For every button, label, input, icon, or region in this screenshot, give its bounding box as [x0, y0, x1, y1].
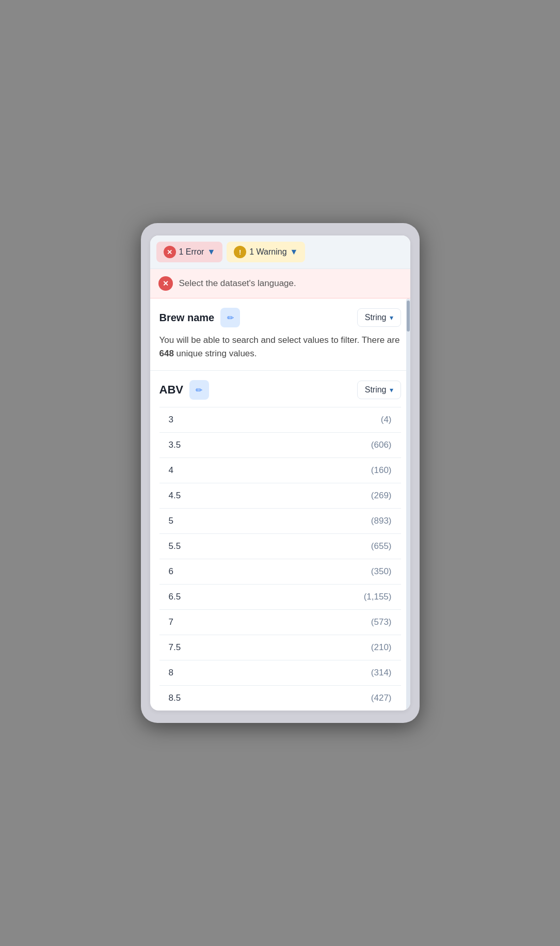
- brew-name-type-chevron-icon: ▾: [390, 313, 393, 322]
- abv-header: ABV ✏ String ▾: [159, 380, 401, 400]
- error-bar-icon: ✕: [158, 276, 173, 291]
- table-row: 3 (4): [159, 407, 401, 433]
- pencil-icon: ✏: [227, 313, 234, 323]
- abv-value: 6.5: [159, 585, 256, 610]
- abv-count: (350): [255, 559, 401, 585]
- table-row: 4.5 (269): [159, 483, 401, 509]
- abv-count: (210): [255, 635, 401, 660]
- table-row: 5.5 (655): [159, 534, 401, 559]
- error-icon: ✕: [164, 246, 176, 258]
- abv-count: (655): [255, 534, 401, 559]
- table-row: 8 (314): [159, 660, 401, 686]
- table-row: 6 (350): [159, 559, 401, 585]
- top-bar: ✕ 1 Error ▼ ! 1 Warning ▼: [150, 235, 410, 269]
- abv-value: 8: [159, 660, 256, 686]
- abv-value: 6: [159, 559, 256, 585]
- table-row: 8.5 (427): [159, 686, 401, 711]
- table-row: 6.5 (1,155): [159, 585, 401, 610]
- brew-name-edit-button[interactable]: ✏: [220, 308, 240, 327]
- abv-count: (606): [255, 433, 401, 458]
- table-row: 4 (160): [159, 458, 401, 483]
- table-row: 7 (573): [159, 610, 401, 635]
- abv-count: (573): [255, 610, 401, 635]
- brew-name-type-label: String: [365, 313, 387, 322]
- table-row: 3.5 (606): [159, 433, 401, 458]
- abv-count: (1,155): [255, 585, 401, 610]
- table-row: 5 (893): [159, 509, 401, 534]
- abv-count: (314): [255, 660, 401, 686]
- abv-value: 7: [159, 610, 256, 635]
- error-bar-message: Select the dataset's language.: [179, 278, 296, 289]
- main-card: ✕ 1 Error ▼ ! 1 Warning ▼ ✕ Select the d…: [150, 235, 410, 711]
- abv-value: 8.5: [159, 686, 256, 711]
- brew-name-title: Brew name: [159, 312, 215, 324]
- abv-value: 4.5: [159, 483, 256, 509]
- brew-name-type-select[interactable]: String ▾: [357, 308, 401, 327]
- warning-badge-button[interactable]: ! 1 Warning ▼: [227, 242, 305, 262]
- abv-value: 3.5: [159, 433, 256, 458]
- phone-frame: ✕ 1 Error ▼ ! 1 Warning ▼ ✕ Select the d…: [141, 223, 420, 723]
- abv-title: ABV: [159, 383, 183, 397]
- table-row: 7.5 (210): [159, 635, 401, 660]
- abv-value: 7.5: [159, 635, 256, 660]
- warning-icon: !: [234, 246, 246, 258]
- abv-count: (427): [255, 686, 401, 711]
- abv-count: (160): [255, 458, 401, 483]
- error-label: 1 Error: [179, 247, 204, 257]
- warning-chevron-icon: ▼: [290, 247, 298, 257]
- abv-count: (4): [255, 407, 401, 433]
- abv-pencil-icon: ✏: [196, 385, 202, 395]
- content-wrapper: Brew name ✏ String ▾ You will be able to…: [150, 298, 410, 711]
- brew-name-header: Brew name ✏ String ▾: [159, 308, 401, 327]
- brew-name-section: Brew name ✏ String ▾ You will be able to…: [150, 298, 410, 371]
- main-content: Brew name ✏ String ▾ You will be able to…: [150, 298, 410, 711]
- error-chevron-icon: ▼: [207, 247, 215, 257]
- abv-count: (269): [255, 483, 401, 509]
- abv-edit-button[interactable]: ✏: [189, 380, 209, 400]
- abv-value: 4: [159, 458, 256, 483]
- abv-type-label: String: [365, 385, 387, 395]
- error-badge-button[interactable]: ✕ 1 Error ▼: [156, 242, 223, 262]
- error-message-bar: ✕ Select the dataset's language.: [150, 269, 410, 298]
- scrollbar-thumb: [407, 301, 410, 332]
- brew-name-description: You will be able to search and select va…: [159, 334, 401, 360]
- abv-value: 3: [159, 407, 256, 433]
- warning-label: 1 Warning: [249, 247, 286, 257]
- abv-type-select[interactable]: String ▾: [357, 381, 401, 399]
- abv-type-chevron-icon: ▾: [390, 386, 393, 394]
- abv-value: 5.5: [159, 534, 256, 559]
- abv-count: (893): [255, 509, 401, 534]
- abv-section: ABV ✏ String ▾ 3 (4) 3.5 (606): [150, 371, 410, 711]
- abv-table: 3 (4) 3.5 (606) 4 (160) 4.5 (269) 5 (893…: [159, 407, 401, 711]
- scrollbar[interactable]: [406, 298, 410, 711]
- abv-value: 5: [159, 509, 256, 534]
